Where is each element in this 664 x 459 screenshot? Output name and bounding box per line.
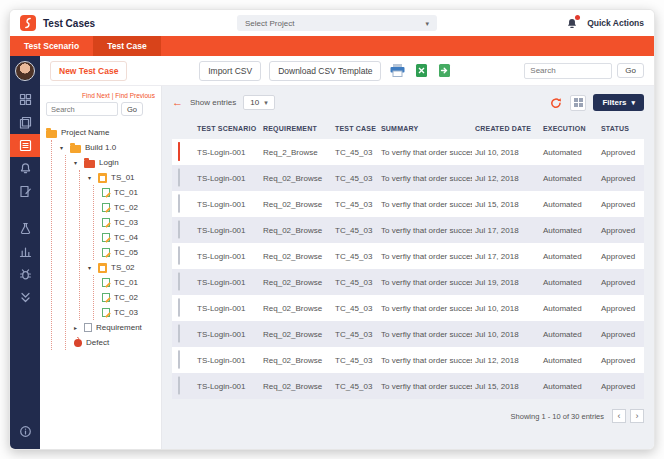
tree-node-label: Build 1.0 [85, 143, 116, 152]
row-checkbox[interactable] [178, 324, 180, 343]
row-checkbox[interactable] [178, 168, 180, 187]
tree-node-test-case[interactable]: TC_01 [102, 275, 155, 290]
defects-bug-icon[interactable] [10, 263, 40, 286]
top-bar: Test Cases Select Project Quick Actions [10, 10, 654, 36]
page-size-dropdown[interactable]: 10 [243, 95, 274, 110]
tree-node-test-case[interactable]: TC_02 [102, 200, 155, 215]
export-file-icon[interactable] [437, 63, 452, 78]
print-icon[interactable] [389, 63, 406, 78]
tree-node-test-case[interactable]: TC_05 [102, 245, 155, 260]
notifications-icon[interactable] [10, 157, 40, 180]
table-row[interactable]: TS-Login-001 Req_02_Browse TC_45_03 To v… [172, 295, 644, 321]
pagination-prev-button[interactable]: ‹ [612, 409, 626, 423]
cell-test-case: TC_45_03 [332, 304, 378, 313]
row-checkbox[interactable] [178, 272, 180, 291]
pagination-next-button[interactable]: › [630, 409, 644, 423]
table-row[interactable]: TS-Login-001 Req_2_Browse TC_45_03 To ve… [172, 139, 644, 165]
tree-node-label: Requirement [96, 323, 142, 332]
app-window: Test Cases Select Project Quick Actions … [9, 9, 655, 450]
cell-requirement: Req_02_Browse [260, 226, 332, 235]
cell-summary: To verfiy that order successfully... [378, 278, 472, 287]
new-test-case-button[interactable]: New Test Case [50, 61, 127, 81]
quick-actions-button[interactable]: Quick Actions [587, 18, 644, 28]
cell-requirement: Req_02_Browse [260, 200, 332, 209]
table-controls-right: Filters [549, 94, 644, 111]
tree-node-project[interactable]: Project Name [46, 125, 155, 140]
find-next-link[interactable]: Find Next [82, 92, 110, 99]
table-row[interactable]: TS-Login-001 Req_02_Browse TC_45_03 To v… [172, 217, 644, 243]
import-csv-button[interactable]: Import CSV [199, 61, 261, 81]
table-row[interactable]: TS-Login-001 Req_02_Browse TC_45_03 To v… [172, 191, 644, 217]
info-icon[interactable] [10, 420, 40, 443]
tree-node-build[interactable]: Build 1.0 [60, 140, 155, 155]
tab-test-case[interactable]: Test Case [93, 36, 161, 56]
find-previous-link[interactable]: Find Previous [115, 92, 155, 99]
table-row[interactable]: TS-Login-001 Req_02_Browse TC_45_03 To v… [172, 373, 644, 399]
tree-node-test-case[interactable]: TC_02 [102, 290, 155, 305]
tree-node-test-case[interactable]: TC_03 [102, 215, 155, 230]
search-go-button[interactable]: Go [617, 63, 644, 78]
table-row[interactable]: TS-Login-001 Req_02_Browse TC_45_03 To v… [172, 165, 644, 191]
cell-test-case: TC_45_03 [332, 252, 378, 261]
tree-node-label: TC_03 [114, 308, 138, 317]
test-case-doc-icon [102, 308, 110, 317]
grid-view-toggle-icon[interactable] [570, 95, 586, 111]
cell-status: Approved [598, 226, 644, 235]
tab-test-scenario[interactable]: Test Scenario [10, 36, 93, 56]
cell-test-scenario: TS-Login-001 [194, 382, 260, 391]
analytics-icon[interactable] [10, 240, 40, 263]
table-row[interactable]: TS-Login-001 Req_02_Browse TC_45_03 To v… [172, 243, 644, 269]
refresh-icon[interactable] [549, 96, 563, 110]
search-input[interactable] [524, 63, 612, 79]
row-checkbox[interactable] [178, 246, 180, 265]
workflow-icon[interactable] [10, 286, 40, 309]
tree-search-input[interactable] [46, 102, 118, 116]
tree-node-defect[interactable]: Defect [74, 335, 155, 350]
cell-requirement: Req_02_Browse [260, 278, 332, 287]
row-checkbox[interactable] [178, 220, 180, 239]
test-case-doc-icon [102, 278, 110, 287]
tree-node-label: TC_01 [114, 278, 138, 287]
tree-node-label: TC_01 [114, 188, 138, 197]
row-checkbox[interactable] [178, 350, 180, 369]
export-excel-icon[interactable] [414, 63, 429, 78]
project-select-dropdown[interactable]: Select Project [237, 15, 437, 31]
cell-test-scenario: TS-Login-001 [194, 226, 260, 235]
cell-test-case: TC_45_03 [332, 356, 378, 365]
table-row[interactable]: TS-Login-001 Req_02_Browse TC_45_03 To v… [172, 269, 644, 295]
table-row[interactable]: TS-Login-001 Req_02_Browse TC_45_03 To v… [172, 347, 644, 373]
row-checkbox[interactable] [178, 142, 180, 161]
filters-button[interactable]: Filters [593, 94, 644, 111]
cell-execution: Automated [540, 226, 598, 235]
dashboard-icon[interactable] [10, 88, 40, 111]
tree-node-ts01[interactable]: TS_01 [88, 170, 155, 185]
test-case-icon[interactable] [10, 134, 40, 157]
row-checkbox[interactable] [178, 298, 180, 317]
report-edit-icon[interactable] [10, 180, 40, 203]
notification-bell-icon[interactable] [566, 17, 578, 30]
tree-node-ts02[interactable]: TS_02 [88, 260, 155, 275]
cell-execution: Automated [540, 148, 598, 157]
tree-node-label: Project Name [61, 128, 109, 137]
tree-search-go-button[interactable]: Go [121, 102, 143, 116]
tree-node-test-case[interactable]: TC_01 [102, 185, 155, 200]
row-checkbox[interactable] [178, 376, 180, 395]
table-row[interactable]: TS-Login-001 Req_02_Browse TC_45_03 To v… [172, 321, 644, 347]
header-checkbox-spacer [172, 122, 194, 136]
chevron-down-icon [264, 98, 268, 107]
lab-flask-icon[interactable] [10, 217, 40, 240]
tree-node-requirement[interactable]: Requirement [74, 320, 155, 335]
cell-execution: Automated [540, 174, 598, 183]
cell-execution: Automated [540, 252, 598, 261]
tree-node-test-case[interactable]: TC_03 [102, 305, 155, 320]
test-scenario-icon[interactable] [10, 111, 40, 134]
tree-node-login[interactable]: Login [74, 155, 155, 170]
download-csv-template-button[interactable]: Download CSV Template [269, 61, 381, 81]
tree-node-label: TC_02 [114, 203, 138, 212]
back-arrow-icon[interactable] [172, 97, 183, 108]
cell-test-case: TC_45_03 [332, 382, 378, 391]
user-avatar[interactable] [15, 61, 35, 81]
tree-search-row: Go [46, 102, 155, 116]
tree-node-test-case[interactable]: TC_04 [102, 230, 155, 245]
row-checkbox[interactable] [178, 194, 180, 213]
